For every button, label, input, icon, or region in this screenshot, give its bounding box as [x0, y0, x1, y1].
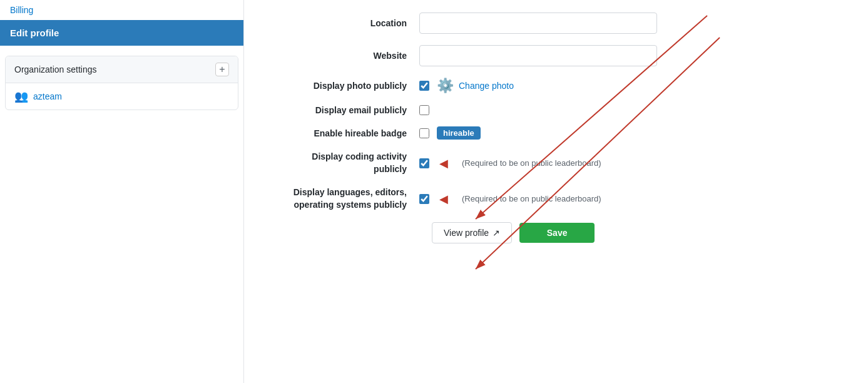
- display-languages-wrap: ◀ (Required to be on public leaderboard): [419, 192, 601, 206]
- buttons-row: View profile ↗ Save: [432, 222, 830, 243]
- save-button[interactable]: Save: [519, 223, 595, 243]
- display-email-wrap: [419, 105, 429, 115]
- display-coding-row: Display coding activity publicly ◀ (Requ…: [282, 151, 830, 175]
- sidebar-billing-link[interactable]: Billing: [0, 0, 243, 20]
- location-row: Location: [282, 13, 830, 34]
- display-coding-label: Display coding activity publicly: [282, 151, 419, 175]
- view-profile-label: View profile: [444, 228, 489, 238]
- display-coding-wrap: ◀ (Required to be on public leaderboard): [419, 156, 601, 170]
- website-row: Website: [282, 45, 830, 66]
- location-label: Location: [282, 18, 419, 28]
- org-settings-section: Organization settings + 👥 azteam: [5, 56, 238, 110]
- org-settings-header: Organization settings +: [6, 56, 238, 83]
- display-photo-row: Display photo publicly ⚙️ Change photo: [282, 78, 830, 94]
- enable-hireable-checkbox[interactable]: [419, 128, 429, 138]
- display-photo-checkbox[interactable]: [419, 81, 429, 91]
- org-team-item[interactable]: 👥 azteam: [6, 83, 238, 110]
- location-input[interactable]: [419, 13, 657, 34]
- sidebar: Billing Edit profile Organization settin…: [0, 0, 244, 383]
- external-link-icon: ↗: [493, 228, 500, 238]
- org-settings-add-button[interactable]: +: [215, 63, 229, 76]
- display-coding-checkbox[interactable]: [419, 158, 429, 168]
- display-email-row: Display email publicly: [282, 105, 830, 115]
- display-photo-wrap: ⚙️ Change photo: [419, 78, 514, 94]
- team-icon: 👥: [14, 89, 28, 103]
- display-photo-label: Display photo publicly: [282, 81, 419, 91]
- display-languages-row: Display languages, editors, operating sy…: [282, 186, 830, 211]
- view-profile-button[interactable]: View profile ↗: [432, 222, 512, 243]
- arrow-indicator-coding: ◀: [439, 156, 448, 170]
- gear-icon: ⚙️: [437, 78, 454, 94]
- content-area: Location Website Display photo publicly …: [282, 13, 830, 243]
- website-input[interactable]: [419, 45, 657, 66]
- arrow-indicator-languages: ◀: [439, 192, 448, 206]
- main-content: Location Website Display photo publicly …: [244, 0, 868, 383]
- hireable-badge: hireable: [437, 126, 481, 140]
- enable-hireable-row: Enable hireable badge hireable: [282, 126, 830, 140]
- display-languages-label: Display languages, editors, operating sy…: [282, 186, 419, 211]
- display-languages-note: (Required to be on public leaderboard): [462, 194, 601, 203]
- change-photo-button[interactable]: ⚙️ Change photo: [437, 78, 514, 94]
- display-email-checkbox[interactable]: [419, 105, 429, 115]
- display-languages-checkbox[interactable]: [419, 194, 429, 204]
- display-email-label: Display email publicly: [282, 105, 419, 115]
- org-team-label: azteam: [33, 91, 62, 101]
- enable-hireable-label: Enable hireable badge: [282, 128, 419, 138]
- display-coding-note: (Required to be on public leaderboard): [462, 158, 601, 168]
- change-photo-label: Change photo: [459, 81, 514, 91]
- enable-hireable-wrap: hireable: [419, 126, 481, 140]
- website-label: Website: [282, 51, 419, 61]
- sidebar-edit-profile-item[interactable]: Edit profile: [0, 20, 243, 46]
- org-settings-label: Organization settings: [14, 64, 97, 74]
